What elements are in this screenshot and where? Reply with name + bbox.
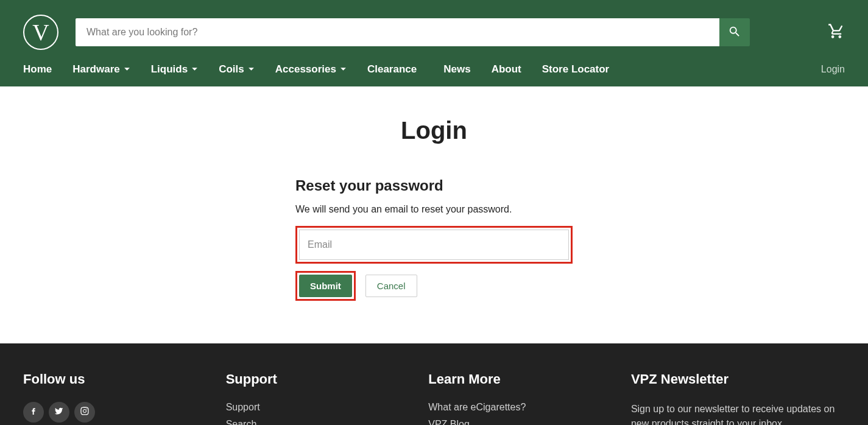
footer-link[interactable]: VPZ Blog xyxy=(428,419,607,425)
highlight-submit: Submit xyxy=(295,271,356,301)
email-input[interactable] xyxy=(299,230,569,260)
chevron-down-icon xyxy=(191,63,198,76)
cancel-button[interactable]: Cancel xyxy=(365,275,417,297)
header-top: V xyxy=(23,15,845,50)
search-icon xyxy=(728,25,741,40)
facebook-link[interactable] xyxy=(23,402,44,423)
nav-accessories[interactable]: Accessories xyxy=(275,63,347,76)
chevron-down-icon xyxy=(340,63,347,76)
footer-follow-title: Follow us xyxy=(23,371,202,387)
nav-label: Accessories xyxy=(275,63,336,76)
nav-label: Home xyxy=(23,63,52,76)
reset-form: Reset your password We will send you an … xyxy=(295,177,573,301)
form-subtitle: Reset your password xyxy=(295,177,573,194)
footer-support-title: Support xyxy=(226,371,404,387)
search-wrap xyxy=(76,18,750,46)
twitter-icon xyxy=(54,406,64,418)
main-nav: Home Hardware Liquids Coils Accessories … xyxy=(23,50,845,86)
instagram-icon xyxy=(80,406,90,418)
header: V Home Hardware Liquids Coils Accessorie… xyxy=(0,0,868,86)
support-links: Support Search About xyxy=(226,402,404,425)
nav-news[interactable]: News xyxy=(443,63,470,76)
nav-label: Store Locator xyxy=(542,63,610,76)
social-icons xyxy=(23,402,202,423)
twitter-link[interactable] xyxy=(49,402,69,423)
footer-follow: Follow us xyxy=(23,371,202,425)
footer-support: Support Support Search About xyxy=(226,371,404,425)
chevron-down-icon xyxy=(248,63,255,76)
submit-button[interactable]: Submit xyxy=(299,275,352,297)
nav-home[interactable]: Home xyxy=(23,63,52,76)
footer-newsletter: VPZ Newsletter Sign up to our newsletter… xyxy=(631,371,845,425)
footer-learn: Learn More What are eCigarettes? VPZ Blo… xyxy=(428,371,607,425)
facebook-icon xyxy=(29,406,38,418)
search-button[interactable] xyxy=(719,18,750,46)
footer-news-title: VPZ Newsletter xyxy=(631,371,845,387)
nav-clearance[interactable]: Clearance xyxy=(367,63,417,76)
nav-left: Home Hardware Liquids Coils Accessories … xyxy=(23,63,609,76)
nav-label: Liquids xyxy=(151,63,188,76)
footer-link[interactable]: Support xyxy=(226,402,404,413)
search-input[interactable] xyxy=(76,18,719,46)
logo[interactable]: V xyxy=(23,15,58,50)
nav-hardware[interactable]: Hardware xyxy=(72,63,130,76)
nav-login[interactable]: Login xyxy=(821,64,845,75)
nav-label: News xyxy=(443,63,470,76)
instagram-link[interactable] xyxy=(74,402,95,423)
learn-links: What are eCigarettes? VPZ Blog Work at V… xyxy=(428,402,607,425)
nav-label: About xyxy=(492,63,521,76)
chevron-down-icon xyxy=(124,63,130,76)
highlight-email: Email xyxy=(295,226,573,264)
nav-label: Hardware xyxy=(72,63,119,76)
button-row: Submit Cancel xyxy=(295,271,573,301)
nav-label: Coils xyxy=(219,63,244,76)
main-content: Login Reset your password We will send y… xyxy=(0,86,868,343)
email-field-wrap: Email xyxy=(299,230,569,260)
cart-button[interactable] xyxy=(828,23,845,42)
footer-link[interactable]: Search xyxy=(226,419,404,425)
cart-icon xyxy=(828,31,845,41)
footer: Follow us Support Support Search About L… xyxy=(0,343,868,425)
newsletter-description: Sign up to our newsletter to receive upd… xyxy=(631,402,845,425)
footer-learn-title: Learn More xyxy=(428,371,607,387)
footer-columns: Follow us Support Support Search About L… xyxy=(23,371,845,425)
page-title: Login xyxy=(23,117,845,144)
nav-coils[interactable]: Coils xyxy=(219,63,255,76)
nav-label: Clearance xyxy=(367,63,417,76)
nav-liquids[interactable]: Liquids xyxy=(151,63,198,76)
form-description: We will send you an email to reset your … xyxy=(295,204,573,215)
nav-store-locator[interactable]: Store Locator xyxy=(542,63,610,76)
footer-link[interactable]: What are eCigarettes? xyxy=(428,402,607,413)
nav-about[interactable]: About xyxy=(492,63,521,76)
